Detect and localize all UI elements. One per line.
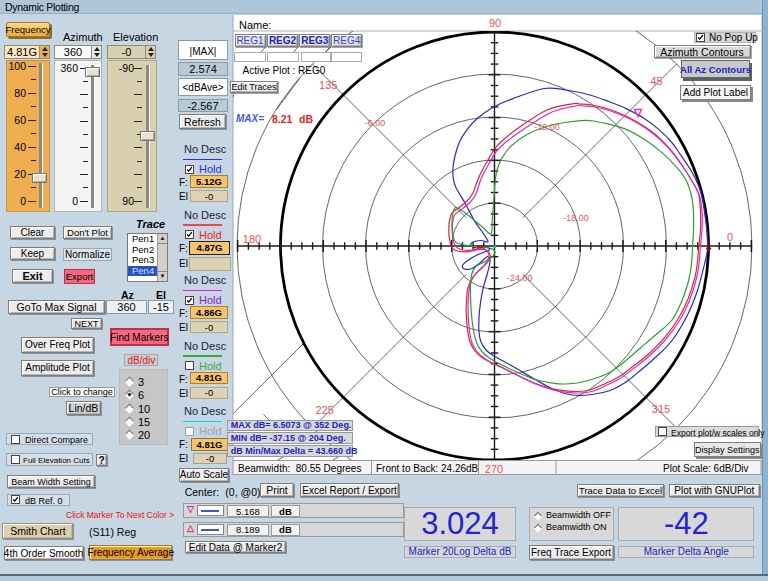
svg-text:90: 90 — [489, 17, 501, 29]
svg-text:-12.00: -12.00 — [534, 122, 560, 132]
svg-text:-6.00: -6.00 — [365, 118, 386, 128]
svg-text:0: 0 — [727, 231, 733, 243]
svg-text:-18.00: -18.00 — [563, 213, 589, 223]
svg-text:45: 45 — [650, 75, 662, 87]
svg-text:-24.00: -24.00 — [507, 273, 533, 283]
svg-text:225: 225 — [315, 404, 333, 416]
svg-text:180: 180 — [243, 233, 261, 245]
svg-text:315: 315 — [652, 403, 670, 415]
svg-text:135: 135 — [319, 79, 337, 91]
svg-text:270: 270 — [485, 463, 503, 475]
